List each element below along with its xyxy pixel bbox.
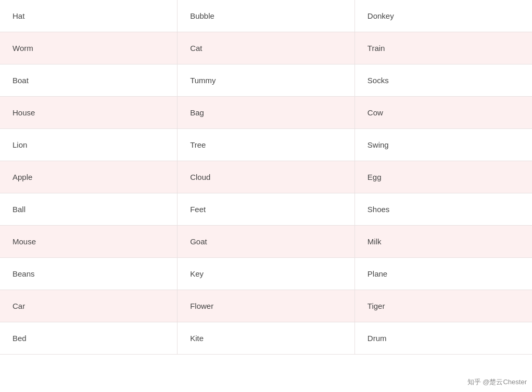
- cell-row8-col1: Key: [178, 258, 355, 290]
- cell-row2-col0: Boat: [0, 64, 178, 97]
- table-row: BeansKeyPlane: [0, 258, 532, 290]
- cell-row4-col0: Lion: [0, 129, 178, 161]
- table-row: AppleCloudEgg: [0, 161, 532, 193]
- table-container: HatBubbleDonkeyWormCatTrainBoatTummySock…: [0, 0, 532, 392]
- cell-row8-col0: Beans: [0, 258, 178, 290]
- cell-row10-col0: Bed: [0, 322, 178, 355]
- word-table: HatBubbleDonkeyWormCatTrainBoatTummySock…: [0, 0, 532, 355]
- cell-row0-col2: Donkey: [354, 0, 532, 32]
- cell-row3-col0: House: [0, 97, 178, 129]
- cell-row4-col1: Tree: [178, 129, 355, 161]
- cell-row7-col1: Goat: [178, 226, 355, 258]
- cell-row2-col2: Socks: [354, 64, 532, 97]
- cell-row0-col0: Hat: [0, 0, 178, 32]
- cell-row4-col2: Swing: [354, 129, 532, 161]
- cell-row6-col0: Ball: [0, 193, 178, 226]
- cell-row10-col1: Kite: [178, 322, 355, 355]
- cell-row10-col2: Drum: [354, 322, 532, 355]
- table-row: HouseBagCow: [0, 97, 532, 129]
- cell-row5-col1: Cloud: [178, 161, 355, 193]
- table-row: MouseGoatMilk: [0, 226, 532, 258]
- watermark: 知乎 @楚云Chester: [467, 377, 527, 387]
- cell-row9-col1: Flower: [178, 290, 355, 322]
- cell-row7-col2: Milk: [354, 226, 532, 258]
- cell-row3-col2: Cow: [354, 97, 532, 129]
- cell-row0-col1: Bubble: [178, 0, 355, 32]
- cell-row1-col0: Worm: [0, 32, 178, 64]
- cell-row9-col2: Tiger: [354, 290, 532, 322]
- table-row: BedKiteDrum: [0, 322, 532, 355]
- table-row: WormCatTrain: [0, 32, 532, 64]
- cell-row6-col1: Feet: [178, 193, 355, 226]
- cell-row1-col2: Train: [354, 32, 532, 64]
- table-row: CarFlowerTiger: [0, 290, 532, 322]
- table-row: BallFeetShoes: [0, 193, 532, 226]
- cell-row2-col1: Tummy: [178, 64, 355, 97]
- cell-row5-col0: Apple: [0, 161, 178, 193]
- cell-row8-col2: Plane: [354, 258, 532, 290]
- table-row: BoatTummySocks: [0, 64, 532, 97]
- cell-row7-col0: Mouse: [0, 226, 178, 258]
- cell-row6-col2: Shoes: [354, 193, 532, 226]
- cell-row1-col1: Cat: [178, 32, 355, 64]
- table-row: LionTreeSwing: [0, 129, 532, 161]
- cell-row5-col2: Egg: [354, 161, 532, 193]
- table-row: HatBubbleDonkey: [0, 0, 532, 32]
- cell-row3-col1: Bag: [178, 97, 355, 129]
- cell-row9-col0: Car: [0, 290, 178, 322]
